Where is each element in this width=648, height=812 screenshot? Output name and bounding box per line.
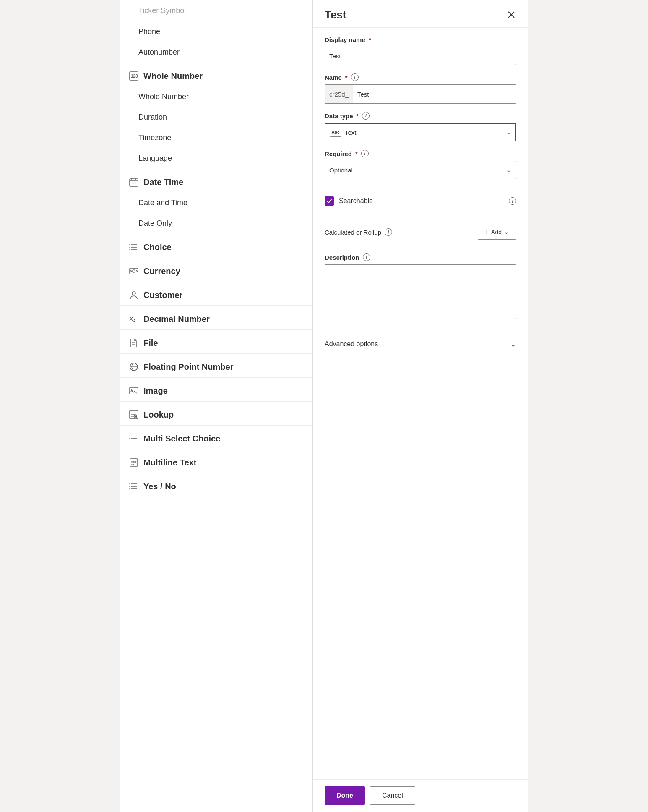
yesno-icon [128,481,139,492]
description-textarea[interactable] [325,264,516,319]
section-header-date-time: Date Time [120,169,312,193]
data-type-required: * [357,112,359,120]
display-name-required: * [369,36,371,43]
section-header-decimal: X 2 Decimal Number [120,305,312,329]
phone-label: Phone [138,27,160,36]
searchable-info-icon[interactable]: i [509,197,516,205]
text-icon: Abc [330,128,341,137]
add-label: Add [491,229,502,235]
truncated-label: Ticker Symbol [138,6,186,15]
multiselect-icon [128,433,139,444]
required-select[interactable]: Optional [325,161,516,179]
main-container: Ticker Symbol Phone Autonumber 123 Whole… [120,0,528,812]
advanced-label: Advanced options [325,340,378,348]
done-button[interactable]: Done [325,786,365,805]
svg-point-13 [129,247,130,248]
file-section-label: File [143,338,158,348]
add-chevron-icon: ⌄ [504,229,509,235]
section-header-yesno: Yes / No [120,473,312,497]
image-section-label: Image [143,386,168,396]
choice-icon [128,242,139,253]
svg-point-19 [132,292,135,295]
required-info-icon[interactable]: i [361,150,369,157]
advanced-options-row[interactable]: Advanced options ⌄ [325,333,516,355]
section-header-file: File [120,329,312,353]
data-type-select[interactable]: Abc Text [325,123,516,141]
description-label: Description i [325,253,516,261]
multiselect-section-label: Multi Select Choice [143,434,220,444]
data-type-value: Text [345,129,357,136]
multiline-icon: Abc def [128,457,139,468]
name-row: cr25d_ [325,84,516,104]
searchable-label: Searchable [339,197,373,205]
sidebar-item-duration[interactable]: Duration [120,107,312,128]
section-header-currency: Currency [120,258,312,282]
description-info-icon[interactable]: i [363,253,370,261]
truncated-top-item: Ticker Symbol [120,0,312,21]
name-required: * [345,74,348,81]
file-icon [128,337,139,348]
svg-point-17 [130,271,132,272]
divider-2 [325,214,516,214]
sidebar-item-whole-number[interactable]: Whole Number [120,86,312,107]
cancel-button[interactable]: Cancel [370,786,415,805]
choice-section-label: Choice [143,243,172,252]
svg-point-7 [133,183,134,183]
sidebar-item-phone[interactable]: Phone [120,21,312,42]
section-header-floating: Floating Point Number [120,353,312,377]
currency-icon [128,266,139,277]
svg-text:Abc: Abc [131,460,136,463]
data-type-group: Data type * i Abc Text ⌄ [325,112,516,141]
close-button[interactable] [505,8,518,21]
sidebar-item-autonumber[interactable]: Autonumber [120,42,312,63]
whole-number-section-label: Whole Number [143,71,203,81]
decimal-icon: X 2 [128,313,139,324]
name-prefix: cr25d_ [325,85,353,103]
svg-point-46 [129,483,130,484]
sidebar-item-timezone[interactable]: Timezone [120,128,312,148]
searchable-row: Searchable i [325,191,516,211]
sidebar-item-date-only[interactable]: Date Only [120,213,312,234]
data-type-info-icon[interactable]: i [362,112,370,120]
plus-icon: + [485,228,489,236]
display-name-label: Display name * [325,36,516,43]
sidebar-item-language[interactable]: Language [120,148,312,169]
sidebar-item-date-and-time[interactable]: Date and Time [120,193,312,213]
panel-header: Test [313,0,528,28]
searchable-checkbox[interactable] [325,196,334,206]
svg-point-8 [135,183,136,183]
advanced-chevron-icon: ⌄ [510,339,516,349]
svg-text:X: X [129,316,133,322]
yesno-section-label: Yes / No [143,482,176,491]
svg-point-12 [129,244,130,245]
right-panel: Test Display name * Name [313,0,528,812]
required-label: Required * i [325,150,516,157]
calc-info-icon[interactable]: i [385,228,392,236]
svg-text:def: def [131,463,134,466]
svg-text:123: 123 [131,74,138,78]
required-wrapper: Optional ⌄ [325,161,516,179]
decimal-section-label: Decimal Number [143,314,210,324]
multiline-section-label: Multiline Text [143,458,196,467]
panel-footer: Done Cancel [313,779,528,812]
required-group: Required * i Optional ⌄ [325,150,516,179]
calc-label: Calculated or Rollup i [325,228,392,236]
data-type-wrapper: Abc Text ⌄ [325,123,516,141]
svg-point-38 [129,438,130,439]
svg-rect-15 [130,268,138,274]
display-name-input[interactable] [325,47,516,65]
date-only-label: Date Only [138,219,172,227]
divider-3 [325,250,516,250]
add-button[interactable]: + Add ⌄ [478,225,516,240]
svg-point-16 [133,270,135,272]
lookup-section-label: Lookup [143,410,174,420]
svg-point-47 [129,486,130,487]
floating-icon [128,361,139,372]
section-header-lookup: Lookup [120,401,312,425]
name-input[interactable] [353,85,516,103]
display-name-group: Display name * [325,36,516,65]
name-info-icon[interactable]: i [351,73,359,81]
divider-4 [325,329,516,329]
svg-text:2: 2 [133,319,135,323]
section-header-whole-number: 123 Whole Number [120,63,312,86]
